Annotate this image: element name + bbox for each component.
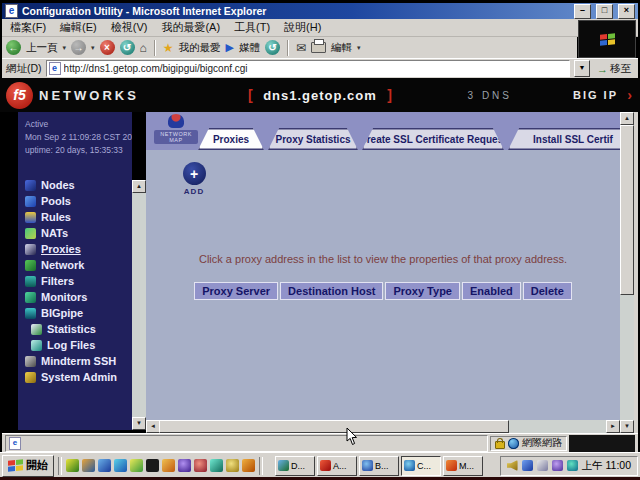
sidebar-item-nats[interactable]: NATs [25, 227, 132, 239]
mail-icon[interactable]: ✉ [296, 41, 306, 55]
content-horizontal-scrollbar[interactable]: ◄ ► [146, 420, 620, 433]
task-window-2[interactable]: A... [317, 456, 357, 476]
scroll-up-icon[interactable]: ▲ [132, 180, 146, 193]
quick-launch-icon-11[interactable] [226, 459, 239, 472]
favorites-icon[interactable]: ★ [163, 41, 174, 55]
menu-view[interactable]: 檢視(V) [111, 20, 148, 35]
tray-icon-2[interactable] [522, 460, 533, 471]
internet-globe-icon [508, 438, 519, 449]
restore-button[interactable]: □ [596, 4, 613, 19]
history-icon[interactable]: ↺ [265, 40, 280, 55]
quick-launch-icon-6[interactable] [146, 459, 159, 472]
tab-proxies[interactable]: Proxies [198, 128, 264, 150]
task-window-5[interactable]: M... [443, 456, 483, 476]
url-text[interactable]: http://dns1.getop.com/bigipgui/bigconf.c… [64, 63, 567, 74]
sidebar-item-mindterm-ssh[interactable]: Mindterm SSH [25, 355, 132, 367]
tray-icon-5[interactable] [567, 460, 578, 471]
network-map-button[interactable]: NETWORK MAP [154, 114, 198, 144]
address-dropdown-icon[interactable]: ▼ [574, 60, 590, 77]
window-edge [634, 112, 638, 433]
menu-edit[interactable]: 編輯(E) [60, 20, 97, 35]
address-input[interactable]: e http://dns1.getop.com/bigipgui/bigconf… [46, 60, 570, 77]
column-proxy-type: Proxy Type [385, 282, 460, 300]
tab-install-ssl-certificate[interactable]: Install SSL Certif [508, 128, 620, 150]
sidebar-scrollbar[interactable]: ▲ ▼ [132, 180, 146, 430]
media-icon[interactable]: ▶ [226, 41, 234, 54]
menu-tools[interactable]: 工具(T) [234, 20, 270, 35]
bracket-right: ] [387, 87, 392, 103]
edit-dropdown-icon[interactable]: ▾ [357, 44, 361, 52]
tab-proxy-statistics[interactable]: Proxy Statistics [268, 128, 358, 150]
forward-dropdown-icon[interactable]: ▾ [91, 44, 95, 52]
content-scroll-left-icon[interactable]: ◄ [146, 420, 160, 433]
content-scroll-down-icon[interactable]: ▼ [620, 420, 634, 433]
sidebar-item-rules[interactable]: Rules [25, 211, 132, 223]
sidebar-item-system-admin[interactable]: System Admin [25, 371, 132, 383]
taskbar-clock[interactable]: 上午 11:00 [582, 459, 631, 473]
quick-launch-icon-1[interactable] [66, 459, 79, 472]
print-icon[interactable] [311, 42, 326, 53]
menu-file[interactable]: 檔案(F) [10, 20, 46, 35]
scroll-down-icon[interactable]: ▼ [132, 417, 146, 430]
tab-create-ssl-certificate-request[interactable]: Create SSL Certificate Request [362, 128, 504, 150]
sidebar-item-log-files[interactable]: Log Files [25, 339, 132, 351]
forward-icon[interactable]: → [71, 40, 86, 55]
system-tray: 上午 11:00 [500, 456, 638, 476]
sidebar-item-nodes[interactable]: Nodes [25, 179, 132, 191]
content-scroll-up-icon[interactable]: ▲ [620, 112, 634, 125]
sidebar-item-proxies[interactable]: Proxies [25, 243, 132, 255]
sidebar-item-statistics[interactable]: Statistics [25, 323, 132, 335]
quick-launch-icon-2[interactable] [82, 459, 95, 472]
log-files-icon [31, 340, 42, 351]
stop-icon[interactable]: × [100, 40, 115, 55]
link-bigip[interactable]: BIG IP [573, 89, 618, 101]
start-button[interactable]: 開始 [2, 455, 54, 477]
add-proxy-button[interactable]: + ADD [172, 162, 216, 196]
refresh-icon[interactable]: ↺ [120, 40, 135, 55]
back-label[interactable]: 上一頁 [26, 41, 58, 55]
volume-icon[interactable] [507, 460, 518, 471]
status-active: Active [25, 118, 132, 131]
horizontal-scroll-thumb[interactable] [159, 420, 509, 433]
content-scroll-right-icon[interactable]: ► [606, 420, 620, 433]
task-window-1[interactable]: D... [275, 456, 315, 476]
minimize-button[interactable]: – [574, 4, 591, 19]
sidebar-item-network[interactable]: Network [25, 259, 132, 271]
task-window-3[interactable]: B... [359, 456, 399, 476]
back-dropdown-icon[interactable]: ▾ [63, 44, 67, 52]
bigpipe-icon [25, 308, 36, 319]
main-content: NETWORK MAP Proxies Proxy Statistics Cre… [146, 112, 620, 420]
quick-launch-icon-5[interactable] [130, 459, 143, 472]
quick-launch-icon-12[interactable] [242, 459, 255, 472]
quick-launch-icon-3[interactable] [98, 459, 111, 472]
vertical-scroll-thumb[interactable] [620, 125, 634, 295]
sidebar-item-pools[interactable]: Pools [25, 195, 132, 207]
media-label[interactable]: 媒體 [239, 41, 260, 55]
filters-icon [25, 276, 36, 287]
tray-icon-4[interactable] [552, 460, 563, 471]
quick-launch-icon-7[interactable] [162, 459, 175, 472]
link-3dns[interactable]: 3 DNS [468, 90, 512, 101]
quick-launch-icon-4[interactable] [114, 459, 127, 472]
edit-label[interactable]: 編輯 [331, 41, 352, 55]
task-window-1-icon [278, 460, 289, 471]
sidebar-item-monitors[interactable]: Monitors [25, 291, 132, 303]
status-document-icon: e [9, 437, 21, 450]
sidebar-item-filters[interactable]: Filters [25, 275, 132, 287]
pools-icon [25, 196, 36, 207]
back-icon[interactable]: ← [6, 40, 21, 55]
task-window-4-active[interactable]: C... [401, 456, 441, 476]
quick-launch-icon-8[interactable] [178, 459, 191, 472]
go-button[interactable]: → 移至 [594, 62, 634, 76]
close-button[interactable]: × [618, 4, 635, 19]
tray-icon-3[interactable] [537, 460, 548, 471]
home-icon[interactable]: ⌂ [140, 41, 147, 55]
sidebar-item-bigpipe[interactable]: BIGpipe [25, 307, 132, 319]
quick-launch-icon-9[interactable] [194, 459, 207, 472]
favorites-label[interactable]: 我的最愛 [179, 41, 221, 55]
menu-help[interactable]: 說明(H) [284, 20, 321, 35]
menu-favorites[interactable]: 我的最愛(A) [161, 20, 220, 35]
quick-launch-icon-10[interactable] [210, 459, 223, 472]
navigation-sidebar: Active Mon Sep 2 11:09:28 CST 2002 uptim… [18, 112, 132, 430]
content-vertical-scrollbar[interactable]: ▲ ▼ [620, 112, 634, 433]
